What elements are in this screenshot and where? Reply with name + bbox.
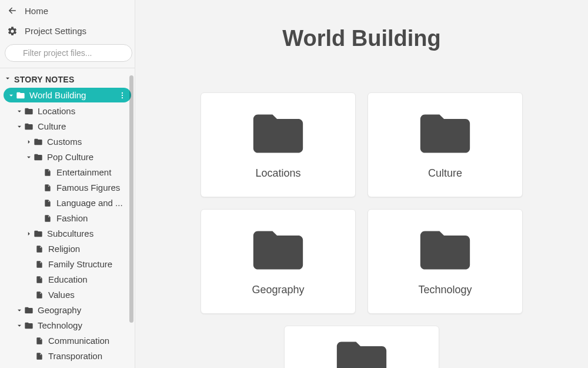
- tree-item-religion[interactable]: Religion: [4, 241, 131, 256]
- chevron-down-icon: [25, 153, 33, 161]
- file-icon: [42, 199, 53, 207]
- file-icon: [34, 337, 45, 345]
- folder-icon: [33, 229, 44, 238]
- folder-icon: [418, 227, 472, 273]
- tree-item-customs[interactable]: Customs: [4, 134, 131, 149]
- tree-item-locations[interactable]: Locations: [4, 104, 131, 118]
- file-icon: [34, 352, 45, 360]
- scrollbar[interactable]: [129, 75, 133, 323]
- file-icon: [34, 245, 45, 253]
- card-grid: Locations Culture Geography Technology: [197, 92, 526, 368]
- tree-item-label: Language and ...: [56, 198, 128, 208]
- tree-item-label: Subcultures: [47, 228, 128, 238]
- chevron-right-icon: [25, 230, 33, 238]
- nav-home-label: Home: [25, 6, 48, 16]
- tree-item-label: Famous Figures: [56, 183, 128, 193]
- tree-item-fashion[interactable]: Fashion: [4, 211, 131, 226]
- folder-icon: [24, 122, 34, 131]
- chevron-down-icon: [15, 122, 24, 131]
- tree-item-label: Transporation: [48, 351, 128, 361]
- tree-item-communication[interactable]: Communication: [4, 333, 131, 348]
- tree-item-pop-culture[interactable]: Pop Culture: [4, 150, 131, 164]
- tree-item-label: Customs: [47, 137, 128, 147]
- tree-item-label: Fashion: [56, 213, 128, 223]
- chevron-down-icon: [7, 91, 15, 100]
- tree-item-language[interactable]: Language and ...: [4, 195, 131, 210]
- tree-item-label: Culture: [38, 121, 128, 131]
- nav-home[interactable]: Home: [0, 0, 135, 22]
- card-partial[interactable]: [284, 326, 439, 368]
- folder-icon: [33, 137, 44, 147]
- filter-row: [0, 42, 135, 68]
- chevron-right-icon: [25, 138, 33, 146]
- card-geography[interactable]: Geography: [201, 209, 356, 314]
- back-arrow-icon: [7, 5, 18, 16]
- tree-item-latest-innovations[interactable]: Latest Innovations: [4, 364, 131, 368]
- tree-item-label: Education: [48, 274, 128, 284]
- file-icon: [34, 276, 45, 284]
- tree-item-values[interactable]: Values: [4, 287, 131, 302]
- card-label: Locations: [255, 167, 300, 180]
- file-icon: [34, 291, 45, 299]
- card-culture[interactable]: Culture: [368, 92, 523, 197]
- tree-item-label: Religion: [48, 244, 128, 254]
- tree-item-transportation[interactable]: Transporation: [4, 349, 131, 363]
- folder-icon: [335, 338, 389, 368]
- chevron-down-icon: [15, 306, 24, 314]
- tree-section-header[interactable]: STORY NOTES: [0, 72, 135, 87]
- tree-item-label: Pop Culture: [47, 152, 128, 162]
- nav-project-settings[interactable]: Project Settings: [0, 21, 135, 42]
- tree-item-world-building[interactable]: World Building: [4, 88, 131, 102]
- card-label: Technology: [418, 284, 472, 296]
- tree-item-subcultures[interactable]: Subcultures: [4, 226, 131, 241]
- sidebar: Home Project Settings STORY NOTES World …: [0, 0, 135, 368]
- tree-item-label: Locations: [38, 106, 128, 116]
- tree-item-label: Values: [48, 290, 128, 300]
- card-label: Culture: [428, 167, 462, 180]
- file-tree: STORY NOTES World Building Locations Cul…: [0, 68, 135, 368]
- tree-item-label: Entertainment: [56, 167, 128, 177]
- tree-item-entertainment[interactable]: Entertainment: [4, 165, 131, 180]
- card-label: Geography: [252, 284, 304, 296]
- folder-icon: [251, 111, 305, 157]
- file-icon: [42, 168, 53, 177]
- tree-item-label: Technology: [38, 320, 128, 330]
- tree-item-label: World Building: [29, 90, 117, 100]
- card-locations[interactable]: Locations: [201, 92, 356, 197]
- chevron-down-icon: [15, 321, 24, 330]
- nav-settings-label: Project Settings: [25, 26, 86, 36]
- filter-input[interactable]: [5, 44, 132, 62]
- card-technology[interactable]: Technology: [368, 209, 523, 314]
- gear-icon: [7, 26, 18, 37]
- chevron-down-icon: [4, 74, 12, 84]
- tree-item-geography[interactable]: Geography: [4, 303, 131, 317]
- file-icon: [34, 260, 45, 268]
- folder-icon: [251, 227, 305, 273]
- tree-item-label: Communication: [48, 336, 128, 346]
- tree-item-culture[interactable]: Culture: [4, 119, 131, 134]
- folder-icon: [33, 152, 44, 162]
- chevron-down-icon: [15, 107, 24, 115]
- kebab-icon[interactable]: [117, 91, 128, 100]
- folder-icon: [418, 111, 472, 157]
- tree-item-technology[interactable]: Technology: [4, 318, 131, 333]
- tree-item-label: Geography: [38, 305, 128, 315]
- tree-item-label: Family Structure: [48, 259, 128, 269]
- file-icon: [42, 184, 53, 192]
- file-icon: [42, 214, 53, 223]
- tree-section-label: STORY NOTES: [14, 75, 75, 84]
- folder-icon: [24, 306, 34, 315]
- folder-icon: [15, 91, 26, 100]
- main-content: World Building Locations Culture Geograp…: [135, 0, 588, 368]
- tree-item-family-structure[interactable]: Family Structure: [4, 257, 131, 271]
- folder-icon: [24, 107, 34, 116]
- folder-icon: [24, 321, 34, 330]
- page-title: World Building: [135, 26, 588, 51]
- tree-item-famous-figures[interactable]: Famous Figures: [4, 180, 131, 195]
- tree-item-education[interactable]: Education: [4, 272, 131, 287]
